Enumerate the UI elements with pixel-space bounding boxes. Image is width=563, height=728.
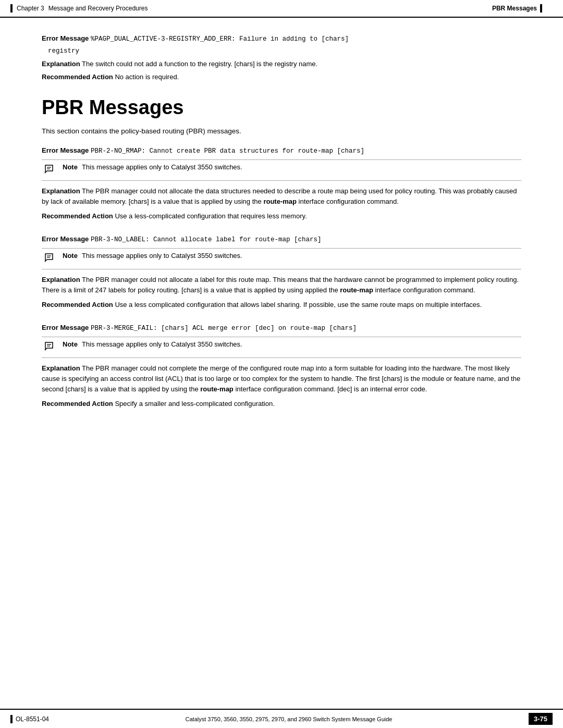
msg3-ra-text: Specify a smaller and less-complicated c… bbox=[115, 400, 274, 408]
msg1-note-text: This message applies only to Catalyst 35… bbox=[82, 163, 242, 171]
footer-page-num: 3-75 bbox=[529, 713, 553, 725]
top-rec-action: Recommended Action No action is required… bbox=[42, 73, 521, 81]
msg2-error-label: Error Message bbox=[42, 235, 89, 243]
msg1-explanation: Explanation The PBR manager could not al… bbox=[42, 186, 521, 207]
msg3-explanation: Explanation The PBR manager could not co… bbox=[42, 363, 521, 394]
top-error-code: %PAGP_DUAL_ACTIVE-3-REGISTRY_ADD_ERR: Fa… bbox=[91, 35, 349, 43]
page-footer: OL-8551-04 Catalyst 3750, 3560, 3550, 29… bbox=[0, 709, 563, 728]
header-chapter-title: Message and Recovery Procedures bbox=[48, 5, 148, 12]
footer-doc-num: OL-8551-04 bbox=[16, 715, 49, 723]
msg1-note-label: Note bbox=[63, 163, 78, 171]
msg1-ra-text: Use a less-complicated configuration tha… bbox=[115, 212, 307, 220]
msg1-note-icon bbox=[42, 163, 56, 177]
main-content: Error Message %PAGP_DUAL_ACTIVE-3-REGIST… bbox=[0, 18, 563, 453]
msg2-note-label: Note bbox=[63, 252, 78, 260]
message-block-1: Error Message PBR-2-NO_RMAP: Cannot crea… bbox=[42, 145, 521, 221]
msg2-error-code: PBR-3-NO_LABEL: Cannot allocate label fo… bbox=[91, 236, 322, 243]
msg2-note-content: Note This message applies only to Cataly… bbox=[63, 252, 242, 260]
msg3-error-label: Error Message bbox=[42, 324, 89, 331]
msg3-exp-label: Explanation bbox=[42, 364, 80, 372]
footer-left: OL-8551-04 bbox=[10, 715, 49, 723]
msg1-ra-label: Recommended Action bbox=[42, 212, 113, 220]
header-bar-icon bbox=[10, 4, 13, 13]
top-rec-action-label: Recommended Action bbox=[42, 73, 113, 81]
msg2-error-row: Error Message PBR-3-NO_LABEL: Cannot all… bbox=[42, 234, 521, 245]
header-bar-right-icon bbox=[540, 4, 542, 13]
msg3-note-label: Note bbox=[63, 340, 78, 348]
page-header: Chapter 3 Message and Recovery Procedure… bbox=[0, 0, 563, 18]
footer-center: Catalyst 3750, 3560, 3550, 2975, 2970, a… bbox=[186, 716, 393, 722]
msg1-rec-action: Recommended Action Use a less-complicate… bbox=[42, 211, 521, 221]
msg2-note-box: Note This message applies only to Cataly… bbox=[42, 248, 521, 269]
msg3-ra-label: Recommended Action bbox=[42, 400, 113, 408]
msg3-error-code: PBR-3-MERGE_FAIL: [chars] ACL merge erro… bbox=[91, 325, 357, 332]
header-section-title: PBR Messages bbox=[492, 5, 537, 12]
msg3-error-row: Error Message PBR-3-MERGE_FAIL: [chars] … bbox=[42, 323, 521, 334]
top-section: Error Message %PAGP_DUAL_ACTIVE-3-REGIST… bbox=[42, 33, 521, 81]
msg1-error-code: PBR-2-NO_RMAP: Cannot create PBR data st… bbox=[91, 147, 364, 155]
msg3-rec-action: Recommended Action Specify a smaller and… bbox=[42, 399, 521, 409]
message-block-2: Error Message PBR-3-NO_LABEL: Cannot all… bbox=[42, 234, 521, 310]
pbr-section-heading: PBR Messages bbox=[42, 96, 521, 119]
msg1-exp-text: The PBR manager could not allocate the d… bbox=[42, 187, 517, 205]
pbr-intro: This section contains the policy-based r… bbox=[42, 127, 521, 135]
msg3-note-icon bbox=[42, 340, 56, 354]
footer-bar-icon bbox=[10, 715, 13, 723]
top-error-message-row: Error Message %PAGP_DUAL_ACTIVE-3-REGIST… bbox=[42, 33, 521, 44]
msg2-exp-label: Explanation bbox=[42, 276, 80, 283]
top-rec-action-text: No action is required. bbox=[115, 73, 179, 81]
msg3-note-content: Note This message applies only to Cataly… bbox=[63, 340, 242, 348]
msg2-note-icon bbox=[42, 252, 56, 266]
header-left: Chapter 3 Message and Recovery Procedure… bbox=[10, 4, 148, 13]
top-error-code2: registry bbox=[42, 47, 521, 55]
msg1-error-label: Error Message bbox=[42, 146, 89, 154]
msg2-rec-action: Recommended Action Use a less complicate… bbox=[42, 300, 521, 310]
msg2-ra-text: Use a less complicated configuration tha… bbox=[115, 301, 482, 309]
msg2-ra-label: Recommended Action bbox=[42, 301, 113, 309]
msg1-note-content: Note This message applies only to Cataly… bbox=[63, 163, 242, 171]
msg3-note-text: This message applies only to Catalyst 35… bbox=[82, 340, 242, 348]
top-error-label: Error Message bbox=[42, 34, 89, 42]
top-explanation-label: Explanation bbox=[42, 60, 80, 68]
msg2-explanation: Explanation The PBR manager could not al… bbox=[42, 275, 521, 295]
top-explanation-text: The switch could not add a function to t… bbox=[82, 60, 317, 68]
msg1-note-box: Note This message applies only to Cataly… bbox=[42, 159, 521, 181]
header-right: PBR Messages bbox=[492, 4, 542, 13]
msg3-exp-text: The PBR manager could not complete the m… bbox=[42, 364, 520, 393]
msg2-exp-text: The PBR manager could not allocate a lab… bbox=[42, 276, 519, 294]
msg1-error-row: Error Message PBR-2-NO_RMAP: Cannot crea… bbox=[42, 145, 521, 156]
msg2-note-text: This message applies only to Catalyst 35… bbox=[82, 252, 242, 260]
header-chapter: Chapter 3 bbox=[17, 5, 44, 12]
top-explanation: Explanation The switch could not add a f… bbox=[42, 60, 521, 68]
msg3-note-box: Note This message applies only to Cataly… bbox=[42, 337, 521, 358]
message-block-3: Error Message PBR-3-MERGE_FAIL: [chars] … bbox=[42, 323, 521, 409]
msg1-exp-label: Explanation bbox=[42, 187, 80, 195]
